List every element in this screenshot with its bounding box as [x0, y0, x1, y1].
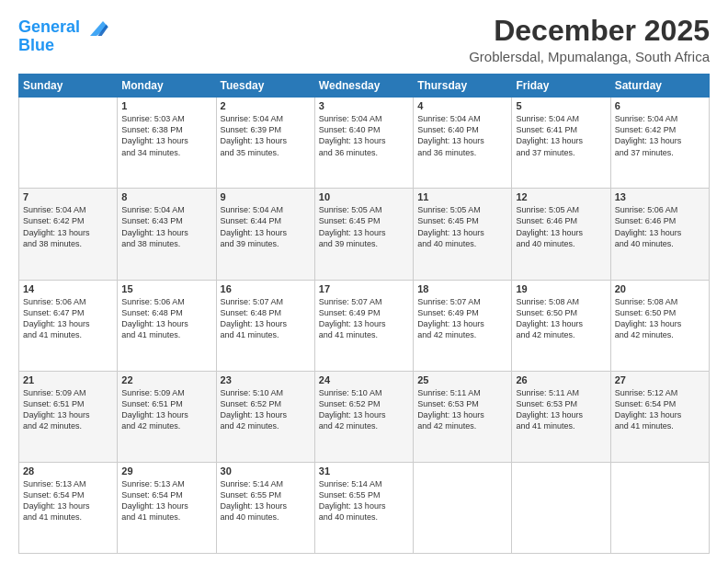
day-number: 18: [417, 283, 507, 294]
calendar-cell: 31Sunrise: 5:14 AM Sunset: 6:55 PM Dayli…: [314, 462, 413, 553]
cell-info: Sunrise: 5:09 AM Sunset: 6:51 PM Dayligh…: [121, 387, 211, 432]
calendar-cell: 19Sunrise: 5:08 AM Sunset: 6:50 PM Dayli…: [512, 280, 610, 371]
col-header-friday: Friday: [512, 75, 610, 98]
day-number: 25: [417, 374, 507, 385]
col-header-wednesday: Wednesday: [314, 75, 413, 98]
calendar-cell: 27Sunrise: 5:12 AM Sunset: 6:54 PM Dayli…: [610, 371, 709, 462]
cell-info: Sunrise: 5:07 AM Sunset: 6:48 PM Dayligh…: [221, 296, 311, 341]
calendar-cell: 25Sunrise: 5:11 AM Sunset: 6:53 PM Dayli…: [414, 371, 512, 462]
calendar-cell: 26Sunrise: 5:11 AM Sunset: 6:53 PM Dayli…: [512, 371, 610, 462]
cell-info: Sunrise: 5:13 AM Sunset: 6:54 PM Dayligh…: [23, 478, 113, 523]
cell-info: Sunrise: 5:11 AM Sunset: 6:53 PM Dayligh…: [417, 387, 507, 432]
calendar-cell: 23Sunrise: 5:10 AM Sunset: 6:52 PM Dayli…: [216, 371, 314, 462]
col-header-monday: Monday: [118, 75, 216, 98]
cell-info: Sunrise: 5:07 AM Sunset: 6:49 PM Dayligh…: [319, 296, 409, 341]
day-number: 2: [221, 100, 311, 111]
cell-info: Sunrise: 5:08 AM Sunset: 6:50 PM Dayligh…: [615, 296, 705, 341]
cell-info: Sunrise: 5:10 AM Sunset: 6:52 PM Dayligh…: [221, 387, 311, 432]
day-number: 11: [417, 191, 507, 202]
cell-info: Sunrise: 5:04 AM Sunset: 6:43 PM Dayligh…: [121, 204, 211, 249]
day-number: 4: [417, 100, 507, 111]
day-number: 1: [121, 100, 211, 111]
calendar-cell: 29Sunrise: 5:13 AM Sunset: 6:54 PM Dayli…: [118, 462, 216, 553]
week-row-2: 7Sunrise: 5:04 AM Sunset: 6:42 PM Daylig…: [19, 189, 710, 280]
cell-info: Sunrise: 5:14 AM Sunset: 6:55 PM Dayligh…: [319, 478, 409, 523]
cell-info: Sunrise: 5:06 AM Sunset: 6:47 PM Dayligh…: [23, 296, 113, 341]
calendar-cell: 30Sunrise: 5:14 AM Sunset: 6:55 PM Dayli…: [216, 462, 314, 553]
day-number: 13: [615, 191, 705, 202]
cell-info: Sunrise: 5:12 AM Sunset: 6:54 PM Dayligh…: [615, 387, 705, 432]
day-number: 21: [23, 374, 113, 385]
day-number: 15: [121, 283, 211, 294]
calendar-cell: 11Sunrise: 5:05 AM Sunset: 6:45 PM Dayli…: [414, 189, 512, 280]
calendar-table: SundayMondayTuesdayWednesdayThursdayFrid…: [18, 74, 710, 554]
day-number: 16: [221, 283, 311, 294]
week-row-1: 1Sunrise: 5:03 AM Sunset: 6:38 PM Daylig…: [19, 98, 710, 189]
cell-info: Sunrise: 5:04 AM Sunset: 6:39 PM Dayligh…: [221, 113, 311, 158]
day-number: 26: [516, 374, 606, 385]
calendar-cell: 3Sunrise: 5:04 AM Sunset: 6:40 PM Daylig…: [314, 98, 413, 189]
col-header-sunday: Sunday: [19, 75, 118, 98]
page: General Blue December 2025 Groblersdal, …: [0, 0, 728, 563]
cell-info: Sunrise: 5:04 AM Sunset: 6:40 PM Dayligh…: [319, 113, 409, 158]
cell-info: Sunrise: 5:05 AM Sunset: 6:45 PM Dayligh…: [417, 204, 507, 249]
week-row-4: 21Sunrise: 5:09 AM Sunset: 6:51 PM Dayli…: [19, 371, 710, 462]
title-block: December 2025 Groblersdal, Mpumalanga, S…: [469, 15, 710, 64]
calendar-cell: 10Sunrise: 5:05 AM Sunset: 6:45 PM Dayli…: [314, 189, 413, 280]
calendar-cell: 21Sunrise: 5:09 AM Sunset: 6:51 PM Dayli…: [19, 371, 118, 462]
calendar-cell: 12Sunrise: 5:05 AM Sunset: 6:46 PM Dayli…: [512, 189, 610, 280]
cell-info: Sunrise: 5:10 AM Sunset: 6:52 PM Dayligh…: [319, 387, 409, 432]
calendar-cell: 18Sunrise: 5:07 AM Sunset: 6:49 PM Dayli…: [414, 280, 512, 371]
day-number: 29: [121, 465, 211, 477]
subtitle: Groblersdal, Mpumalanga, South Africa: [469, 49, 710, 64]
calendar-cell: 22Sunrise: 5:09 AM Sunset: 6:51 PM Dayli…: [118, 371, 216, 462]
day-number: 5: [516, 100, 606, 111]
calendar-cell: 4Sunrise: 5:04 AM Sunset: 6:40 PM Daylig…: [414, 98, 512, 189]
logo-text: General: [18, 18, 80, 37]
day-number: 8: [121, 191, 211, 202]
day-number: 30: [221, 465, 311, 477]
calendar-cell: 8Sunrise: 5:04 AM Sunset: 6:43 PM Daylig…: [118, 189, 216, 280]
header: General Blue December 2025 Groblersdal, …: [18, 15, 710, 64]
day-number: 12: [516, 191, 606, 202]
week-row-5: 28Sunrise: 5:13 AM Sunset: 6:54 PM Dayli…: [19, 462, 710, 553]
day-number: 6: [615, 100, 705, 111]
day-number: 3: [319, 100, 409, 111]
day-number: 20: [615, 283, 705, 294]
day-number: 22: [121, 374, 211, 385]
cell-info: Sunrise: 5:06 AM Sunset: 6:46 PM Dayligh…: [615, 204, 705, 249]
calendar-cell: [610, 462, 709, 553]
col-header-tuesday: Tuesday: [216, 75, 314, 98]
logo-general: General: [18, 17, 80, 36]
calendar-cell: 14Sunrise: 5:06 AM Sunset: 6:47 PM Dayli…: [19, 280, 118, 371]
cell-info: Sunrise: 5:05 AM Sunset: 6:45 PM Dayligh…: [319, 204, 409, 249]
cell-info: Sunrise: 5:04 AM Sunset: 6:44 PM Dayligh…: [221, 204, 311, 249]
calendar-cell: [414, 462, 512, 553]
calendar-cell: 24Sunrise: 5:10 AM Sunset: 6:52 PM Dayli…: [314, 371, 413, 462]
calendar-cell: 15Sunrise: 5:06 AM Sunset: 6:48 PM Dayli…: [118, 280, 216, 371]
calendar-cell: 2Sunrise: 5:04 AM Sunset: 6:39 PM Daylig…: [216, 98, 314, 189]
cell-info: Sunrise: 5:05 AM Sunset: 6:46 PM Dayligh…: [516, 204, 606, 249]
cell-info: Sunrise: 5:14 AM Sunset: 6:55 PM Dayligh…: [221, 478, 311, 523]
col-header-thursday: Thursday: [414, 75, 512, 98]
week-row-3: 14Sunrise: 5:06 AM Sunset: 6:47 PM Dayli…: [19, 280, 710, 371]
logo-icon: [84, 15, 109, 40]
cell-info: Sunrise: 5:11 AM Sunset: 6:53 PM Dayligh…: [516, 387, 606, 432]
cell-info: Sunrise: 5:09 AM Sunset: 6:51 PM Dayligh…: [23, 387, 113, 432]
cell-info: Sunrise: 5:04 AM Sunset: 6:41 PM Dayligh…: [516, 113, 606, 158]
day-number: 9: [221, 191, 311, 202]
day-number: 10: [319, 191, 409, 202]
calendar-cell: 17Sunrise: 5:07 AM Sunset: 6:49 PM Dayli…: [314, 280, 413, 371]
calendar-cell: 9Sunrise: 5:04 AM Sunset: 6:44 PM Daylig…: [216, 189, 314, 280]
cell-info: Sunrise: 5:03 AM Sunset: 6:38 PM Dayligh…: [121, 113, 211, 158]
calendar-header-row: SundayMondayTuesdayWednesdayThursdayFrid…: [19, 75, 710, 98]
cell-info: Sunrise: 5:08 AM Sunset: 6:50 PM Dayligh…: [516, 296, 606, 341]
calendar-cell: 7Sunrise: 5:04 AM Sunset: 6:42 PM Daylig…: [19, 189, 118, 280]
cell-info: Sunrise: 5:04 AM Sunset: 6:42 PM Dayligh…: [615, 113, 705, 158]
day-number: 14: [23, 283, 113, 294]
cell-info: Sunrise: 5:07 AM Sunset: 6:49 PM Dayligh…: [417, 296, 507, 341]
calendar-cell: [512, 462, 610, 553]
day-number: 31: [319, 465, 409, 477]
day-number: 23: [221, 374, 311, 385]
calendar-cell: 20Sunrise: 5:08 AM Sunset: 6:50 PM Dayli…: [610, 280, 709, 371]
